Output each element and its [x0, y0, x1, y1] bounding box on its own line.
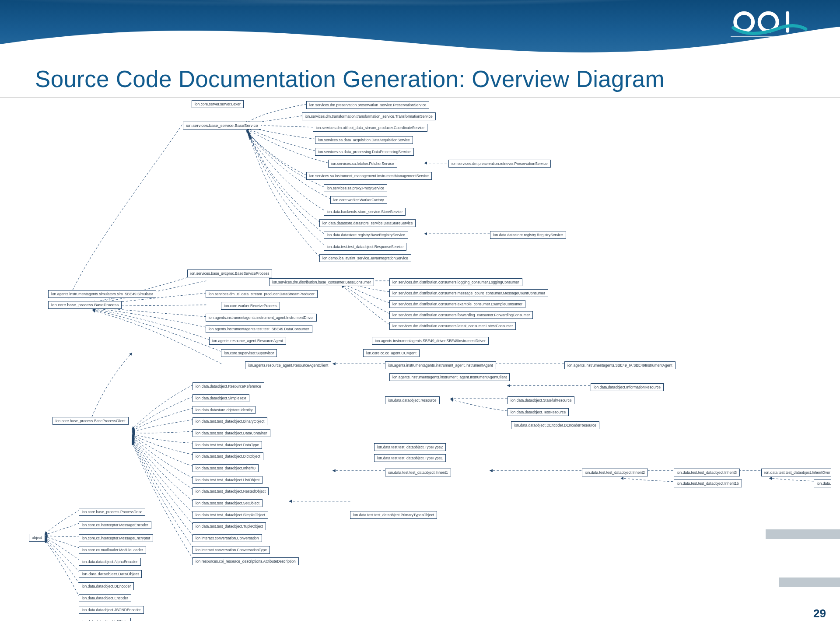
node: ion.data.test.test_dataobject.TupleObjec… [192, 522, 266, 530]
node: ion.core.cc.cc_agent.CCAgent [363, 349, 420, 357]
node: ion.agents.resource_agent.ResourceAgent [209, 337, 286, 345]
node: ion.agents.resource_agent.ResourceAgentC… [245, 361, 331, 369]
node: ion.data.dataobject.Encoder [79, 594, 131, 602]
node: ion.interact.conversation.ConversationTy… [192, 546, 270, 554]
node: ion.core.worker.WorkerFactory [330, 196, 387, 204]
node: ion.data.dataobject.AlphaEncoder [79, 558, 141, 566]
node: ion.data.test.test_dataobject.Inherit3 [674, 469, 740, 476]
node: ion.services.dm.distribution.consumers.m… [389, 289, 548, 297]
node: ion.agents.instrumentagents.instrument_a… [389, 373, 510, 381]
node: ion.services.base_service.BaseService [183, 122, 261, 130]
node: ion.services.sa.instrument_management.In… [306, 172, 432, 180]
node: ion.data.dataobject.TestResource [508, 408, 569, 416]
node: ion.core.server.server.Lexer [192, 100, 244, 108]
node: ion.data.dataobject.DEncoder [79, 582, 134, 590]
node: ion.data.test.test_dataobject.SimpleObje… [192, 511, 268, 519]
node: ion.core.base_process.ProcessDesc [79, 508, 145, 516]
node: ion.data.dataobject.JSONDEncoder [79, 606, 144, 614]
node: ion.data.test.test_dataobject.TypeType1 [374, 454, 446, 462]
node: ion.data.test.test_dataobject.Inherit2 [582, 469, 648, 476]
node: ion.core.base_process.BaseProcess [48, 301, 122, 309]
node: ion.services.dm.util.eoi_data_stream_pro… [313, 124, 427, 132]
node: ion.data.test.test_dataobject.InheritC [814, 480, 831, 487]
node: ion.data.datastore.objstore.Identity [192, 406, 256, 414]
svg-point-0 [735, 13, 753, 31]
node: ion.data.test.test_dataobject.DataType [192, 441, 262, 449]
node: ion.services.sa.data_processing.DataProc… [315, 148, 414, 156]
node: ion.data.dataobject.DEncoder.DEncoderRes… [511, 421, 599, 429]
node: ion.data.datastore.datastore_service.Dat… [319, 219, 416, 227]
node: ion.services.dm.distribution.consumers.l… [389, 278, 522, 286]
node: ion.agents.instrumentagents.instrument_a… [206, 314, 317, 322]
node: ion.data.test.test_dataobject.Inherit1 [385, 469, 451, 476]
node: ion.services.dm.distribution.base_consum… [269, 278, 374, 286]
node: ion.data.dataobject.StatefulResource [508, 396, 574, 404]
accent-bar [766, 529, 840, 539]
node: ion.services.sa.data_acquisition.DataAcq… [315, 136, 413, 144]
node: ion.resources.coi_resource_descriptions.… [192, 557, 299, 565]
node: ion.services.dm.distribution.consumers.f… [389, 311, 533, 319]
node: ion.services.dm.distribution.consumers.e… [389, 300, 525, 308]
node: ion.data.test.test_dataobject.ListObject [192, 476, 262, 484]
node: ion.services.sa.fetcher.FetcherService [328, 160, 397, 168]
slide-header [0, 0, 840, 59]
node: ion.data.dataobject.Resource [385, 396, 440, 404]
node: ion.services.dm.util.data_stream_produce… [206, 290, 318, 298]
node: ion.data.dataobject.LCState [79, 618, 131, 621]
node: ion.data.datastore.registry.RegistryServ… [490, 231, 566, 239]
accent-bar [779, 578, 840, 587]
node: ion.data.dataobject.DataObject [79, 570, 142, 578]
node: ion.agents.instrumentagents.SBE49_driver… [372, 337, 489, 345]
node: ion.data.test.test_dataobject.PrimaryTyp… [350, 511, 437, 519]
node-root-object: object [29, 534, 45, 542]
node: ion.data.test.test_dataobject.DictObject [192, 452, 263, 460]
node: ion.data.backends.store_service.StoreSer… [324, 208, 406, 216]
node: ion.agents.instrumentagents.SBE49_IA.SBE… [564, 361, 676, 369]
node: ion.demo.lca.javaint_service.JavaIntegra… [319, 254, 411, 262]
node: ion.services.dm.preservation.preservatio… [306, 101, 429, 109]
ooi-logo [731, 8, 814, 39]
node: ion.core.cc.interceptor.MessageEncrypter [79, 534, 153, 542]
node: ion.data.test.test_dataobject.TypeType2 [374, 443, 446, 451]
node: ion.data.test.test_dataobject.SetObject [192, 499, 262, 507]
node: ion.core.cc.modloader.ModuleLoader [79, 546, 146, 554]
node: ion.data.dataobject.ResourceReference [192, 382, 264, 390]
node: ion.agents.instrumentagents.test.test_SB… [206, 325, 312, 333]
header-wave [0, 27, 840, 59]
node: ion.data.test.test_dataobject.InheritOve… [761, 469, 831, 476]
slide-title: Source Code Documentation Generation: Ov… [35, 66, 814, 92]
node: ion.core.cc.interceptor.MessageEncoder [79, 521, 151, 529]
node: ion.core.worker.ReceiveProcess [221, 302, 280, 310]
node: ion.services.dm.transformation.transform… [302, 112, 436, 120]
node: ion.interact.conversation.Conversation [192, 534, 262, 542]
page-number: 29 [813, 607, 826, 620]
node: ion.data.test.test_dataobject.DataContai… [192, 429, 270, 437]
node: ion.data.test.test_dataobject.BinaryObje… [192, 417, 267, 425]
node: ion.services.dm.distribution.consumers.l… [389, 322, 516, 330]
node: ion.agents.instrumentagents.instrument_a… [385, 361, 496, 369]
node: ion.data.dataobject.InformationResource [591, 383, 664, 391]
node: ion.data.test.test_dataobject.ResponseSe… [324, 243, 406, 251]
diagram-canvas: ion.core.server.server.Lexer ion.service… [26, 98, 831, 621]
node: ion.services.dm.preservation.retriever.P… [448, 160, 551, 168]
node: ion.services.sa.proxy.ProxyService [324, 184, 387, 192]
node: ion.services.base_svcproc.BaseServicePro… [187, 270, 272, 277]
node: ion.agents.instrumentagents.simulators.s… [48, 290, 156, 298]
node: ion.data.test.test_dataobject.Inherit1b [674, 480, 742, 487]
node: ion.data.dataobject.SimpleText [192, 394, 249, 402]
node: ion.data.datastore.registry.BaseRegistry… [324, 231, 408, 239]
node: ion.data.test.test_dataobject.NestedObje… [192, 487, 269, 495]
node: ion.core.base_process.BaseProcessClient [52, 417, 129, 425]
node: ion.core.supervisor.Supervisor [221, 349, 277, 357]
node: ion.data.test.test_dataobject.Inherit0 [192, 464, 259, 472]
